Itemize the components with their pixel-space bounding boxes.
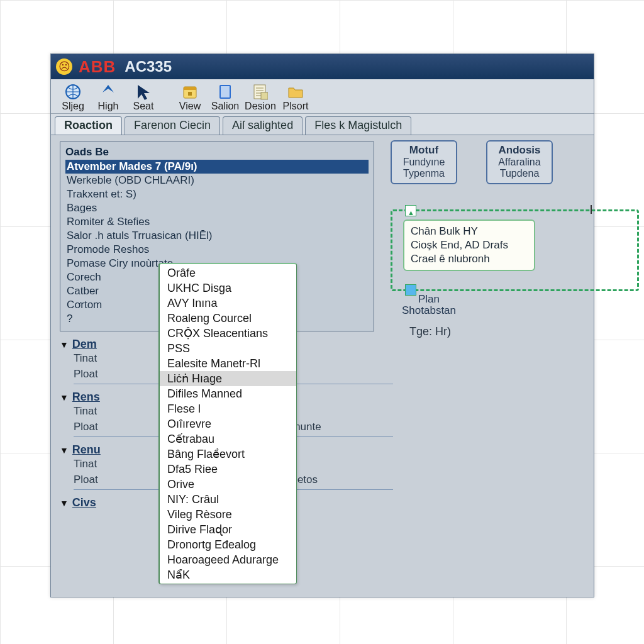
toolbar-desion-button[interactable]: Desion bbox=[243, 82, 277, 112]
chevron-down-icon: ▼ bbox=[60, 392, 69, 402]
card-line: Typenma bbox=[398, 168, 450, 179]
info-card[interactable]: Motuf Fundyıne Typenma bbox=[391, 140, 457, 184]
app-window: ☹ ABB AC335 Sljeg High Seat View Salion … bbox=[50, 53, 594, 597]
type-label: Tge: Hr) bbox=[409, 325, 451, 338]
calendar-icon bbox=[181, 83, 199, 101]
toolbar-seat-button[interactable]: Seat bbox=[126, 82, 160, 112]
toolbar-plsort-button[interactable]: Plsort bbox=[279, 82, 313, 112]
globe-icon bbox=[64, 83, 82, 101]
menu-item[interactable]: Dronortg Eđealog bbox=[160, 537, 296, 552]
tab-aiſ-salighted[interactable]: Aiſ salighted bbox=[223, 116, 303, 135]
menu-item[interactable]: Liċṅ Hıage bbox=[160, 371, 296, 386]
list-item[interactable]: Romiter & Stefies bbox=[65, 215, 369, 229]
listbox-header: Oads Be bbox=[65, 145, 369, 160]
tab-fles-k-magistulch[interactable]: Fles k Magistulch bbox=[305, 116, 411, 135]
tab-strip: RoactionFarenon CiecinAiſ salightedFles … bbox=[51, 114, 594, 135]
menu-item[interactable]: NẩK bbox=[160, 567, 296, 582]
list-item[interactable]: Werkeble (OBD CHLAARI) bbox=[65, 174, 369, 187]
list-item[interactable]: Bages bbox=[65, 201, 369, 215]
card-line: Fundyıne bbox=[398, 157, 450, 168]
toolbar: Sljeg High Seat View Salion Desion Plsor… bbox=[51, 79, 594, 114]
card-header: Motuf bbox=[398, 144, 450, 157]
menu-item[interactable]: Dfa5 Riee bbox=[160, 462, 296, 477]
toolbar-label: Salion bbox=[211, 101, 239, 112]
svg-rect-5 bbox=[221, 86, 230, 97]
list-item[interactable]: Promode Reshos bbox=[65, 243, 369, 257]
menu-item[interactable]: Orâfe bbox=[160, 265, 296, 280]
menu-item[interactable]: NIY: Crâul bbox=[160, 492, 296, 507]
toolbar-high-button[interactable]: High bbox=[91, 82, 125, 112]
svg-rect-3 bbox=[188, 92, 192, 96]
titlebar: ☹ ABB AC335 bbox=[51, 54, 594, 79]
toolbar-label: High bbox=[98, 101, 119, 112]
menu-item[interactable]: CRỘX Sleacentians bbox=[160, 326, 296, 341]
card-line: Affaralina bbox=[494, 157, 545, 168]
menu-item[interactable]: Flese l bbox=[160, 401, 296, 416]
handle-top-icon[interactable] bbox=[405, 205, 416, 216]
folder-icon bbox=[287, 83, 304, 101]
menu-item[interactable]: Bâng Flaềevort bbox=[160, 447, 296, 462]
toolbar-salion-button[interactable]: Salion bbox=[208, 82, 242, 112]
context-menu[interactable]: OrâfeUKHC DisgaAVY InınaRoaleng CourcelC… bbox=[158, 263, 297, 584]
section-title: Dem bbox=[72, 338, 97, 351]
cursor-icon bbox=[135, 83, 152, 101]
status-face-icon: ☹ bbox=[56, 58, 72, 75]
toolbar-label: Desion bbox=[245, 101, 276, 112]
note-line: Crael ê nlubronh bbox=[411, 252, 528, 266]
menu-item[interactable]: PSS bbox=[160, 341, 296, 356]
card-line: Tupdena bbox=[494, 168, 545, 179]
toolbar-sljeg-button[interactable]: Sljeg bbox=[56, 82, 90, 112]
right-pane: Motuf Fundyıne TypenmaAndosis Affaralina… bbox=[391, 140, 592, 184]
note-line: Chân Bulk HY bbox=[411, 225, 528, 238]
product-name: AC335 bbox=[125, 58, 172, 75]
book-icon bbox=[216, 83, 234, 101]
sheet-icon bbox=[252, 83, 269, 101]
brand-logo: ABB bbox=[79, 57, 116, 77]
section-title: Renu bbox=[72, 443, 101, 457]
menu-item[interactable]: Orive bbox=[160, 477, 296, 492]
chevron-down-icon: ▼ bbox=[60, 498, 69, 508]
caret-marker-icon bbox=[591, 205, 592, 214]
section-title: Rens bbox=[72, 391, 100, 404]
info-card[interactable]: Andosis Affaralina Tupdena bbox=[486, 140, 553, 184]
toolbar-label: View bbox=[179, 101, 201, 112]
content-area: Oads Be Atvember Mades 7 (PA/9ı)Werkeble… bbox=[51, 135, 594, 596]
section-title: Civs bbox=[72, 496, 96, 509]
toolbar-view-button[interactable]: View bbox=[173, 82, 207, 112]
list-item[interactable]: Trakxent et: S) bbox=[65, 187, 369, 201]
toolbar-label: Sljeg bbox=[62, 101, 84, 112]
card-header: Andosis bbox=[494, 144, 545, 157]
menu-item[interactable]: Hoaroageed Adurarge bbox=[160, 552, 296, 567]
toolbar-label: Seat bbox=[133, 101, 154, 112]
menu-item[interactable]: UKHC Disga bbox=[160, 280, 296, 296]
menu-item[interactable]: Vileg Rèsore bbox=[160, 507, 296, 522]
note-panel: Chân Bulk HYCioşk End, AD DrafsCrael ê n… bbox=[403, 219, 535, 271]
chevron-down-icon: ▼ bbox=[60, 340, 69, 350]
arrow-up-icon bbox=[99, 83, 117, 101]
menu-item[interactable]: Dirive Flaɖor bbox=[160, 522, 296, 537]
note-line: Cioşk End, AD Drafs bbox=[411, 238, 528, 252]
menu-item[interactable]: AVY Inına bbox=[160, 296, 296, 311]
menu-item[interactable]: Oıîırevre bbox=[160, 416, 296, 431]
list-item[interactable]: Salor .h atuls Trruasican (HIĒl) bbox=[65, 229, 369, 243]
menu-item[interactable]: Roaleng Courcel bbox=[160, 311, 296, 326]
menu-item[interactable]: Cếtrabau bbox=[160, 431, 296, 447]
svg-rect-2 bbox=[184, 87, 196, 90]
chevron-down-icon: ▼ bbox=[60, 445, 69, 455]
toolbar-label: Plsort bbox=[283, 101, 309, 112]
menu-item[interactable]: Ealesite Manetr-Rl bbox=[160, 356, 296, 371]
tab-roaction[interactable]: Roaction bbox=[55, 116, 122, 135]
plan-label: Plan Shotabstan bbox=[402, 294, 456, 316]
list-item[interactable]: Atvember Mades 7 (PA/9ı) bbox=[65, 160, 369, 174]
menu-item[interactable]: Difiles Manned bbox=[160, 386, 296, 401]
tab-farenon-ciecin[interactable]: Farenon Ciecin bbox=[125, 116, 220, 135]
svg-rect-7 bbox=[261, 92, 268, 99]
